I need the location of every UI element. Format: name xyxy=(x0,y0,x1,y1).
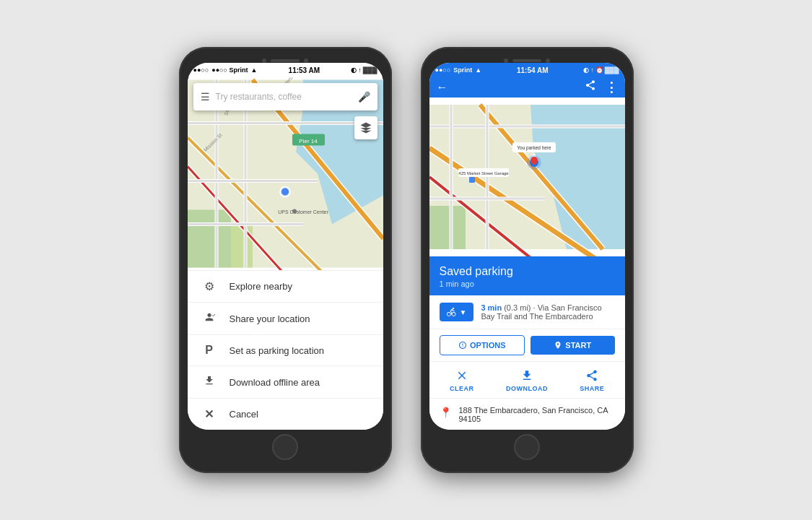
moon-icon: ◐ xyxy=(351,66,357,74)
menu-label-download: Download offline area xyxy=(230,377,320,388)
icon-actions: CLEAR DOWNLOAD SHARE xyxy=(429,362,625,399)
parking-icon: P xyxy=(202,344,217,357)
bike-transport-button[interactable]: ▼ xyxy=(440,303,474,321)
bottom-menu: ⚙ Explore nearby Share your location P S… xyxy=(188,270,383,430)
menu-item-parking[interactable]: P Set as parking location xyxy=(188,335,383,366)
speaker-2 xyxy=(512,59,541,62)
svg-rect-32 xyxy=(429,206,466,249)
wifi-icon: ▲ xyxy=(251,66,258,74)
map-area-2[interactable]: 425 Market Street Garage You parked here xyxy=(429,98,625,256)
alarm-icon: ⏰ xyxy=(595,66,603,74)
microphone-icon[interactable]: 🎤 xyxy=(358,91,370,103)
cancel-icon: ✕ xyxy=(202,407,217,421)
svg-point-23 xyxy=(292,209,297,214)
carrier-name-2: Sprint xyxy=(453,66,472,74)
address-row: 📍 188 The Embarcadero, San Francisco, CA… xyxy=(429,399,625,430)
svg-text:You parked here: You parked here xyxy=(517,145,551,151)
signal-dots-2: ●●○○ xyxy=(435,66,451,74)
svg-point-56 xyxy=(532,160,536,165)
time-display-2: 11:54 AM xyxy=(517,66,549,74)
clear-button[interactable]: CLEAR xyxy=(429,362,494,398)
menu-item-cancel[interactable]: ✕ Cancel xyxy=(188,399,383,430)
route-time: 3 min xyxy=(481,303,502,312)
route-row: ▼ 3 min (0.3 mi) · Via San Francisco Bay… xyxy=(429,295,625,329)
parking-panel: Saved parking 1 min ago ▼ 3 min (0.3 mi)… xyxy=(429,256,625,430)
phone-1: ●●○○ ●●○○ Sprint ▲ 11:53 AM ◐ ↑ ▓▓▓ xyxy=(179,47,392,473)
download-label: DOWNLOAD xyxy=(506,385,548,392)
share-icon[interactable] xyxy=(585,79,596,95)
start-button[interactable]: START xyxy=(531,336,615,355)
svg-point-28 xyxy=(281,188,289,196)
parking-title: Saved parking xyxy=(440,265,615,278)
status-icons: ◐ ↑ ▓▓▓ xyxy=(351,66,377,74)
svg-rect-2 xyxy=(188,210,231,268)
moon-icon-2: ◐ xyxy=(583,66,589,74)
explore-icon: ⚙ xyxy=(202,280,217,293)
status-bar-1: ●●○○ ●●○○ Sprint ▲ 11:53 AM ◐ ↑ ▓▓▓ xyxy=(188,63,383,77)
menu-label-cancel: Cancel xyxy=(230,409,258,420)
start-label: START xyxy=(565,341,591,350)
battery-icon-2: ▓▓▓ xyxy=(605,66,619,74)
carrier-info: ●●○○ ●●○○ Sprint ▲ xyxy=(193,66,258,74)
route-info: 3 min (0.3 mi) · Via San Francisco Bay T… xyxy=(481,303,614,321)
search-placeholder[interactable]: Try restaurants, coffee xyxy=(216,92,352,102)
menu-item-explore[interactable]: ⚙ Explore nearby xyxy=(188,271,383,303)
map-toolbar: ← ⋮ xyxy=(429,77,625,98)
menu-icon[interactable]: ☰ xyxy=(201,91,210,103)
wifi-icon-2: ▲ xyxy=(475,66,481,74)
carrier-info-2: ●●○○ Sprint ▲ xyxy=(435,66,482,74)
phone-2: ●●○○ Sprint ▲ 11:54 AM ◐ ↑ ⏰ ▓▓▓ ← ⋮ xyxy=(421,47,634,473)
home-button[interactable] xyxy=(272,434,298,460)
time-display: 11:53 AM xyxy=(289,66,320,74)
svg-text:UPS Customer Center: UPS Customer Center xyxy=(278,209,328,214)
map-area-1[interactable]: Pier 14 UPS Customer Center Mission St S… xyxy=(188,77,383,270)
share-label: SHARE xyxy=(580,385,604,392)
menu-label-explore: Explore nearby xyxy=(230,281,292,292)
speaker xyxy=(271,59,300,62)
download-icon xyxy=(202,375,217,389)
route-distance: (0.3 mi) xyxy=(504,303,531,312)
svg-text:425 Market Street Garage: 425 Market Street Garage xyxy=(458,171,509,176)
options-button[interactable]: OPTIONS xyxy=(440,335,525,355)
parking-header: Saved parking 1 min ago xyxy=(429,256,625,295)
menu-item-share[interactable]: Share your location xyxy=(188,303,383,335)
svg-rect-47 xyxy=(469,177,475,183)
clear-label: CLEAR xyxy=(450,385,474,392)
menu-label-share: Share your location xyxy=(230,313,310,324)
parking-subtitle: 1 min ago xyxy=(440,280,615,288)
action-row: OPTIONS START xyxy=(429,329,625,362)
options-label: OPTIONS xyxy=(470,341,506,350)
more-icon[interactable]: ⋮ xyxy=(605,79,618,95)
signal-dots: ●●○○ xyxy=(193,66,209,74)
menu-label-parking: Set as parking location xyxy=(230,345,325,356)
location-icon: ↑ xyxy=(358,66,362,74)
battery-icon: ▓▓▓ xyxy=(363,66,377,74)
home-button-2[interactable] xyxy=(514,434,540,460)
share-parking-button[interactable]: SHARE xyxy=(559,362,624,398)
back-icon[interactable]: ← xyxy=(437,81,448,94)
location-pin-icon: 📍 xyxy=(440,407,452,418)
share-location-icon xyxy=(202,311,217,326)
menu-item-download[interactable]: Download offline area xyxy=(188,366,383,399)
address-text: 188 The Embarcadero, San Francisco, CA 9… xyxy=(459,406,615,423)
svg-text:Pier 14: Pier 14 xyxy=(299,138,318,144)
location-icon-2: ↑ xyxy=(590,66,594,74)
carrier-name: ●●○○ Sprint xyxy=(211,66,248,74)
search-bar[interactable]: ☰ Try restaurants, coffee 🎤 xyxy=(193,83,377,110)
download-button[interactable]: DOWNLOAD xyxy=(494,362,559,398)
status-bar-2: ●●○○ Sprint ▲ 11:54 AM ◐ ↑ ⏰ ▓▓▓ xyxy=(429,63,625,77)
svg-rect-3 xyxy=(231,225,253,268)
layer-button[interactable] xyxy=(354,116,377,139)
status-icons-2: ◐ ↑ ⏰ ▓▓▓ xyxy=(583,66,619,74)
